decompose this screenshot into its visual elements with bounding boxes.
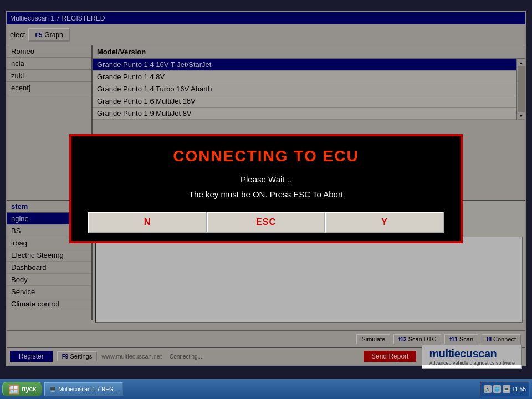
app-window: Multiecuscan 1.7 REGISTERED elect F5 Gra… — [6, 11, 526, 366]
modal-buttons: N ESC Y — [88, 212, 444, 233]
tray-icon-0: 🔊 — [484, 385, 492, 393]
taskbar-tray: 🔊 🌐 💻 11:55 — [480, 382, 530, 396]
taskbar-items: 🖥️ Multiecuscan 1.7 REG... — [44, 382, 478, 396]
modal-y-button[interactable]: Y — [325, 212, 444, 233]
modal-n-button[interactable]: N — [88, 212, 207, 233]
modal-body: Please Wait .. The key must be ON. Press… — [88, 172, 444, 202]
taskbar: 🪟 пуск 🖥️ Multiecuscan 1.7 REG... 🔊 🌐 💻 … — [0, 379, 532, 399]
modal-esc-button[interactable]: ESC — [207, 212, 325, 233]
taskbar-item-0[interactable]: 🖥️ Multiecuscan 1.7 REG... — [44, 382, 123, 396]
modal-line2: The key must be ON. Press ESC To Abort — [88, 187, 444, 202]
tray-time: 11:55 — [512, 386, 526, 392]
modal-title: CONNECTING TO ECU — [88, 147, 444, 165]
tray-icon-1: 🌐 — [493, 385, 501, 393]
connecting-modal: CONNECTING TO ECU Please Wait .. The key… — [69, 134, 463, 243]
tray-icon-2: 💻 — [503, 385, 510, 393]
modal-overlay: CONNECTING TO ECU Please Wait .. The key… — [7, 12, 525, 365]
start-button[interactable]: 🪟 пуск — [2, 382, 42, 396]
modal-line1: Please Wait .. — [88, 172, 444, 187]
